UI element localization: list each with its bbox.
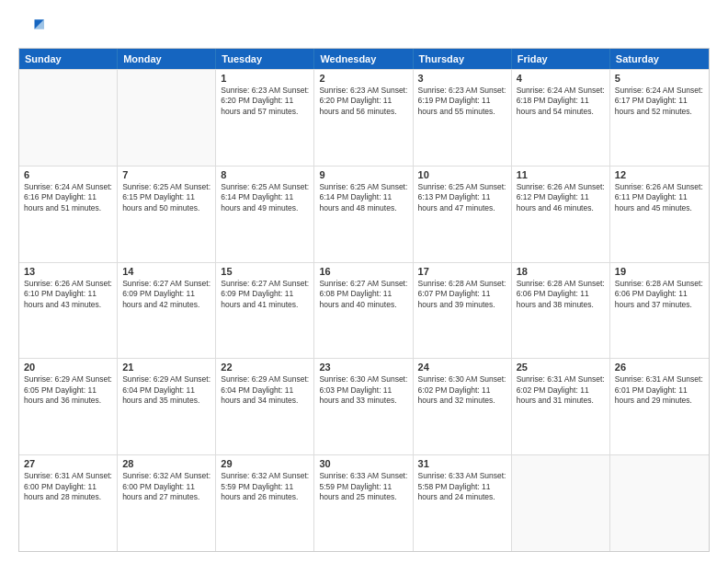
empty-cell [512,455,610,551]
day-info: Sunrise: 6:32 AM Sunset: 5:59 PM Dayligh… [221,471,309,502]
day-cell-5: 5Sunrise: 6:24 AM Sunset: 6:17 PM Daylig… [610,70,709,166]
day-info: Sunrise: 6:24 AM Sunset: 6:16 PM Dayligh… [24,182,112,213]
day-cell-19: 19Sunrise: 6:28 AM Sunset: 6:06 PM Dayli… [610,263,709,359]
day-info: Sunrise: 6:29 AM Sunset: 6:05 PM Dayligh… [24,374,112,406]
day-info: Sunrise: 6:27 AM Sunset: 6:09 PM Dayligh… [221,279,309,310]
day-info: Sunrise: 6:28 AM Sunset: 6:07 PM Dayligh… [418,279,506,310]
day-number: 5 [615,73,704,84]
day-info: Sunrise: 6:28 AM Sunset: 6:06 PM Dayligh… [615,279,704,310]
day-number: 21 [122,362,210,373]
day-number: 26 [615,362,704,373]
day-cell-3: 3Sunrise: 6:23 AM Sunset: 6:19 PM Daylig… [414,70,512,166]
day-number: 2 [319,73,407,84]
header-day-tuesday: Tuesday [216,49,314,69]
day-cell-4: 4Sunrise: 6:24 AM Sunset: 6:18 PM Daylig… [512,70,610,166]
day-cell-21: 21Sunrise: 6:29 AM Sunset: 6:04 PM Dayli… [118,359,216,454]
day-number: 24 [418,362,506,373]
day-info: Sunrise: 6:24 AM Sunset: 6:18 PM Dayligh… [517,86,605,117]
header-day-friday: Friday [512,49,610,69]
day-info: Sunrise: 6:33 AM Sunset: 5:59 PM Dayligh… [319,471,407,502]
day-info: Sunrise: 6:31 AM Sunset: 6:01 PM Dayligh… [615,374,704,406]
calendar-row-2: 13Sunrise: 6:26 AM Sunset: 6:10 PM Dayli… [19,262,709,359]
day-number: 22 [221,362,309,373]
day-cell-7: 7Sunrise: 6:25 AM Sunset: 6:15 PM Daylig… [118,167,216,262]
day-info: Sunrise: 6:23 AM Sunset: 6:20 PM Dayligh… [319,86,407,117]
day-info: Sunrise: 6:23 AM Sunset: 6:20 PM Dayligh… [221,86,309,117]
day-cell-14: 14Sunrise: 6:27 AM Sunset: 6:09 PM Dayli… [118,263,216,359]
day-cell-6: 6Sunrise: 6:24 AM Sunset: 6:16 PM Daylig… [19,167,118,262]
calendar: SundayMondayTuesdayWednesdayThursdayFrid… [18,48,710,552]
day-cell-16: 16Sunrise: 6:27 AM Sunset: 6:08 PM Dayli… [314,263,413,359]
day-number: 27 [24,458,112,469]
day-info: Sunrise: 6:26 AM Sunset: 6:12 PM Dayligh… [517,182,605,213]
day-number: 6 [24,169,112,180]
day-number: 29 [221,458,309,469]
day-info: Sunrise: 6:24 AM Sunset: 6:17 PM Dayligh… [615,86,704,117]
day-cell-31: 31Sunrise: 6:33 AM Sunset: 5:58 PM Dayli… [414,455,512,551]
day-cell-11: 11Sunrise: 6:26 AM Sunset: 6:12 PM Dayli… [512,167,610,262]
header-day-wednesday: Wednesday [314,49,413,69]
day-info: Sunrise: 6:30 AM Sunset: 6:03 PM Dayligh… [319,374,407,406]
calendar-row-3: 20Sunrise: 6:29 AM Sunset: 6:05 PM Dayli… [19,358,709,454]
calendar-row-4: 27Sunrise: 6:31 AM Sunset: 6:00 PM Dayli… [19,454,709,551]
day-cell-29: 29Sunrise: 6:32 AM Sunset: 5:59 PM Dayli… [216,455,314,551]
empty-cell [19,70,118,166]
day-info: Sunrise: 6:23 AM Sunset: 6:19 PM Dayligh… [418,86,506,117]
day-cell-25: 25Sunrise: 6:31 AM Sunset: 6:02 PM Dayli… [512,359,610,454]
day-cell-10: 10Sunrise: 6:25 AM Sunset: 6:13 PM Dayli… [414,167,512,262]
day-number: 20 [24,362,112,373]
logo [18,15,48,40]
day-info: Sunrise: 6:29 AM Sunset: 6:04 PM Dayligh… [122,374,210,406]
day-cell-2: 2Sunrise: 6:23 AM Sunset: 6:20 PM Daylig… [314,70,413,166]
day-number: 17 [418,266,506,277]
empty-cell [118,70,216,166]
day-number: 23 [319,362,407,373]
day-number: 7 [122,169,210,180]
calendar-row-1: 6Sunrise: 6:24 AM Sunset: 6:16 PM Daylig… [19,166,709,262]
day-info: Sunrise: 6:33 AM Sunset: 5:58 PM Dayligh… [418,471,506,502]
day-number: 25 [517,362,605,373]
header [18,15,710,40]
day-number: 14 [122,266,210,277]
empty-cell [610,455,709,551]
day-number: 12 [615,169,704,180]
calendar-header: SundayMondayTuesdayWednesdayThursdayFrid… [19,49,709,69]
header-day-thursday: Thursday [414,49,512,69]
day-info: Sunrise: 6:32 AM Sunset: 6:00 PM Dayligh… [122,471,210,502]
day-info: Sunrise: 6:27 AM Sunset: 6:08 PM Dayligh… [319,279,407,310]
day-cell-28: 28Sunrise: 6:32 AM Sunset: 6:00 PM Dayli… [118,455,216,551]
day-cell-9: 9Sunrise: 6:25 AM Sunset: 6:14 PM Daylig… [314,167,413,262]
day-info: Sunrise: 6:28 AM Sunset: 6:06 PM Dayligh… [517,279,605,310]
day-cell-8: 8Sunrise: 6:25 AM Sunset: 6:14 PM Daylig… [216,167,314,262]
day-info: Sunrise: 6:25 AM Sunset: 6:14 PM Dayligh… [221,182,309,213]
day-info: Sunrise: 6:25 AM Sunset: 6:13 PM Dayligh… [418,182,506,213]
day-number: 11 [517,169,605,180]
day-cell-22: 22Sunrise: 6:29 AM Sunset: 6:04 PM Dayli… [216,359,314,454]
day-cell-15: 15Sunrise: 6:27 AM Sunset: 6:09 PM Dayli… [216,263,314,359]
day-info: Sunrise: 6:30 AM Sunset: 6:02 PM Dayligh… [418,374,506,406]
day-info: Sunrise: 6:31 AM Sunset: 6:00 PM Dayligh… [24,471,112,502]
day-cell-27: 27Sunrise: 6:31 AM Sunset: 6:00 PM Dayli… [19,455,118,551]
day-info: Sunrise: 6:29 AM Sunset: 6:04 PM Dayligh… [221,374,309,406]
day-cell-20: 20Sunrise: 6:29 AM Sunset: 6:05 PM Dayli… [19,359,118,454]
calendar-body: 1Sunrise: 6:23 AM Sunset: 6:20 PM Daylig… [19,69,709,551]
day-number: 3 [418,73,506,84]
day-info: Sunrise: 6:25 AM Sunset: 6:15 PM Dayligh… [122,182,210,213]
day-number: 30 [319,458,407,469]
day-number: 31 [418,458,506,469]
day-cell-17: 17Sunrise: 6:28 AM Sunset: 6:07 PM Dayli… [414,263,512,359]
header-day-monday: Monday [118,49,216,69]
day-info: Sunrise: 6:26 AM Sunset: 6:11 PM Dayligh… [615,182,704,213]
day-cell-1: 1Sunrise: 6:23 AM Sunset: 6:20 PM Daylig… [216,70,314,166]
logo-icon [18,15,44,40]
day-cell-12: 12Sunrise: 6:26 AM Sunset: 6:11 PM Dayli… [610,167,709,262]
day-number: 1 [221,73,309,84]
day-number: 8 [221,169,309,180]
day-number: 9 [319,169,407,180]
day-cell-23: 23Sunrise: 6:30 AM Sunset: 6:03 PM Dayli… [314,359,413,454]
day-cell-18: 18Sunrise: 6:28 AM Sunset: 6:06 PM Dayli… [512,263,610,359]
day-number: 4 [517,73,605,84]
header-day-saturday: Saturday [610,49,709,69]
day-cell-26: 26Sunrise: 6:31 AM Sunset: 6:01 PM Dayli… [610,359,709,454]
day-info: Sunrise: 6:26 AM Sunset: 6:10 PM Dayligh… [24,279,112,310]
